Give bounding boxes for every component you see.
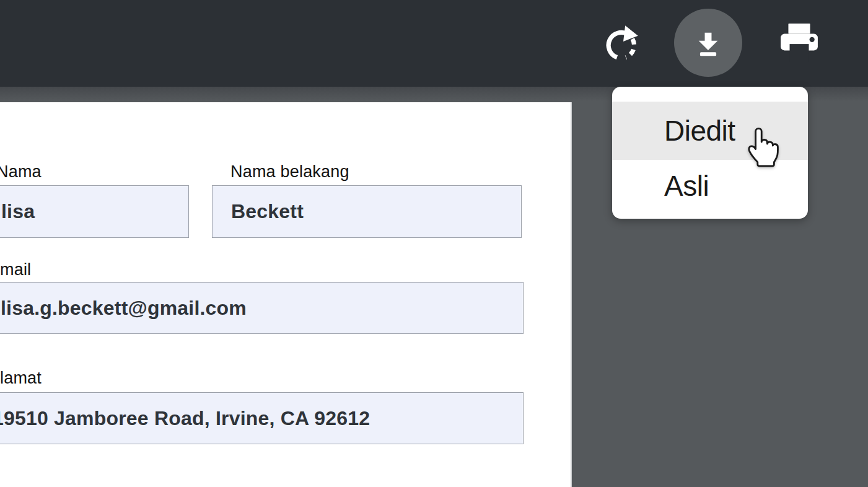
- field-input-alamat[interactable]: 19510 Jamboree Road, Irvine, CA 92612: [0, 392, 524, 444]
- download-options-menu: Diedit Asli: [612, 87, 808, 219]
- rotate-button[interactable]: [602, 22, 643, 63]
- download-button[interactable]: [674, 9, 742, 77]
- field-value-nama-belakang: Beckett: [231, 200, 304, 223]
- download-icon: [693, 28, 723, 58]
- print-button[interactable]: [778, 21, 820, 63]
- field-value-email: lisa.g.beckett@gmail.com: [1, 297, 247, 320]
- pdf-viewer: Nama lisa Nama belakang Beckett mail lis…: [0, 0, 868, 487]
- field-label-alamat: lamat: [0, 368, 42, 388]
- field-label-email: mail: [0, 260, 31, 279]
- field-input-nama[interactable]: lisa: [0, 185, 189, 238]
- document-page: Nama lisa Nama belakang Beckett mail lis…: [0, 102, 571, 487]
- field-value-alamat: 19510 Jamboree Road, Irvine, CA 92612: [1, 407, 370, 430]
- menu-item-diedit[interactable]: Diedit: [612, 102, 808, 160]
- field-label-nama: Nama: [0, 162, 42, 182]
- menu-item-asli[interactable]: Asli: [612, 160, 808, 212]
- field-value-nama: lisa: [1, 200, 35, 223]
- print-icon: [779, 22, 819, 62]
- field-input-email[interactable]: lisa.g.beckett@gmail.com: [0, 282, 524, 334]
- field-label-nama-belakang: Nama belakang: [230, 162, 349, 182]
- toolbar: [0, 0, 868, 87]
- rotate-clockwise-icon: [602, 22, 643, 63]
- field-input-nama-belakang[interactable]: Beckett: [212, 185, 522, 238]
